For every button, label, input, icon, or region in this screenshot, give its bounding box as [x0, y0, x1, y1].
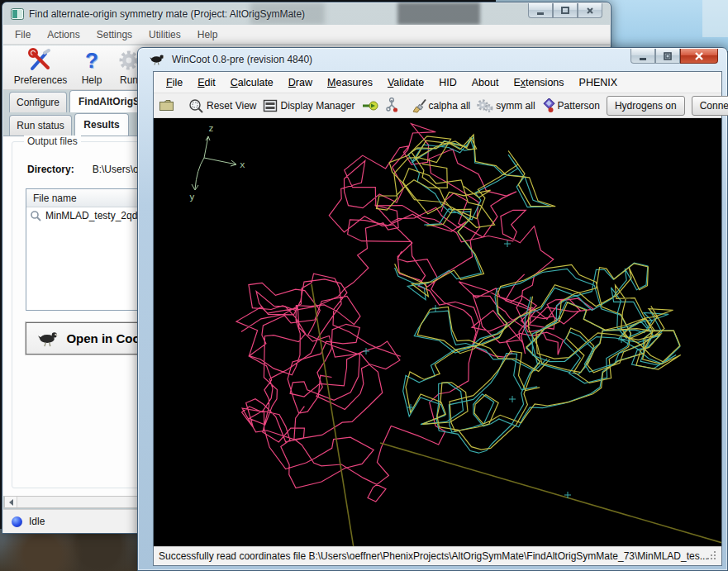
wincoot-status-text: Successfully read coordinates file B:\Us…: [159, 550, 708, 562]
left-arrow-icon: [9, 499, 13, 506]
close-button[interactable]: [578, 3, 602, 18]
wincoot-window: WinCoot 0.8-pre (revision 4840) FileEdit…: [137, 47, 728, 571]
menu-item-settings[interactable]: Settings: [88, 26, 140, 43]
menu-item-validate[interactable]: Validate: [380, 74, 431, 92]
display-manager-label: Display Manager: [280, 100, 354, 112]
status-indicator-icon: [12, 516, 22, 527]
menu-item-help[interactable]: Help: [189, 26, 226, 43]
molecule-3d-viewport[interactable]: z x y: [154, 118, 721, 547]
molecule-icon: [385, 98, 398, 114]
calpha-all-button[interactable]: calpha all: [412, 98, 471, 113]
minimize-button[interactable]: [528, 3, 553, 18]
tools-icon: [10, 48, 71, 73]
molecule-button[interactable]: [385, 98, 398, 114]
phenix-app-icon: [11, 8, 24, 20]
atom-plus-mark: [509, 396, 516, 402]
atom-plus-mark: [618, 336, 625, 343]
patterson-icon: [542, 98, 555, 113]
wincoot-client-area: FileEditCalculateDrawMeasuresValidateHID…: [153, 71, 722, 566]
open-in-coot-button[interactable]: Open in Coot: [26, 322, 155, 354]
close-button[interactable]: [680, 49, 718, 64]
coot-bird-icon: [148, 53, 166, 66]
help-icon: ?: [74, 48, 109, 73]
paintbrush-icon: [412, 98, 426, 113]
menu-item-about[interactable]: About: [464, 74, 507, 92]
magnifier-icon: [30, 210, 42, 222]
wallpaper-smudge: [702, 0, 728, 37]
menu-item-file[interactable]: File: [159, 74, 190, 92]
minimize-button[interactable]: [630, 49, 655, 64]
calpha-all-label: calpha all: [429, 100, 471, 112]
hydrogens-on-button[interactable]: Hydrogens on: [607, 96, 685, 116]
open-coordinates-button[interactable]: [159, 98, 175, 112]
go-to-atom-button[interactable]: [362, 100, 378, 112]
preferences-label: Preferences: [10, 74, 71, 86]
maximize-button[interactable]: [553, 3, 578, 18]
display-manager-icon: [263, 99, 278, 112]
reset-view-label: Reset View: [207, 100, 256, 112]
atom-plus-mark: [504, 240, 511, 247]
phenix-window-controls: [528, 3, 602, 18]
svg-text:y: y: [189, 192, 195, 202]
menu-item-hid[interactable]: HID: [431, 74, 464, 92]
wincoot-window-title: WinCoot 0.8-pre (revision 4840): [172, 54, 312, 65]
atom-plus-mark: [432, 305, 439, 312]
menu-item-measures[interactable]: Measures: [320, 74, 380, 92]
directory-label: Directory:: [27, 164, 74, 175]
wincoot-statusbar: Successfully read coordinates file B:\Us…: [154, 546, 721, 565]
desktop-wallpaper-photo: [0, 529, 140, 571]
svg-text:x: x: [240, 159, 245, 170]
gears-icon: [477, 98, 493, 113]
wincoot-menubar: FileEditCalculateDrawMeasuresValidateHID…: [154, 72, 721, 93]
molecule-trace: [450, 285, 681, 431]
coot-bird-icon: [36, 330, 60, 348]
tab-run-status[interactable]: Run status: [9, 115, 72, 136]
open-in-coot-label: Open in Coot: [66, 331, 144, 345]
wallpaper-bleed: [250, 2, 325, 25]
preferences-button[interactable]: Preferences: [10, 48, 71, 86]
menu-item-edit[interactable]: Edit: [190, 74, 223, 92]
restore-button[interactable]: [655, 49, 680, 64]
reset-view-button[interactable]: Reset View: [188, 98, 256, 113]
symm-all-label: symm all: [496, 100, 535, 112]
wallpaper-bleed: [397, 2, 480, 25]
patterson-button[interactable]: Patterson: [542, 98, 600, 113]
green-arrow-icon: [362, 100, 378, 112]
phenix-titlebar[interactable]: Find alternate-origin symmetry mate (Pro…: [2, 2, 611, 25]
help-label: Help: [74, 74, 109, 86]
folder-icon: [159, 98, 175, 112]
axes-widget: z x y: [189, 123, 245, 202]
patterson-label: Patterson: [558, 100, 600, 112]
wincoot-window-controls: [630, 49, 718, 64]
molecule-trace: [249, 206, 480, 502]
phenix-status-text: Idle: [29, 516, 45, 527]
wincoot-toolbar: Reset View Display Manager: [154, 93, 721, 118]
menu-item-draw[interactable]: Draw: [281, 74, 320, 92]
unit-cell-line: [380, 443, 721, 545]
menu-item-actions[interactable]: Actions: [39, 26, 88, 43]
symm-all-button[interactable]: symm all: [477, 98, 535, 113]
menu-item-file[interactable]: File: [7, 26, 39, 43]
molecule-render: z x y: [154, 118, 721, 547]
scroll-left-button[interactable]: [5, 497, 17, 507]
output-files-label: Output files: [24, 136, 81, 147]
menu-item-phenix[interactable]: PHENIX: [572, 74, 626, 92]
tab-results[interactable]: Results: [74, 113, 129, 136]
menu-item-utilities[interactable]: Utilities: [140, 26, 189, 43]
menu-item-extensions[interactable]: Extensions: [506, 74, 571, 92]
help-button[interactable]: ? Help: [74, 48, 109, 86]
connected-to-phenix-button[interactable]: Connected to PHENIX: [692, 96, 728, 116]
phenix-menubar: FileActionsSettingsUtilitiesHelp: [3, 25, 610, 45]
display-manager-button[interactable]: Display Manager: [263, 99, 354, 112]
atom-plus-mark: [363, 348, 369, 354]
resize-grip[interactable]: [708, 552, 716, 560]
svg-text:z: z: [208, 123, 214, 134]
menu-item-calculate[interactable]: Calculate: [223, 74, 281, 92]
tab-configure[interactable]: Configure: [9, 92, 67, 112]
reset-view-icon: [188, 98, 204, 113]
